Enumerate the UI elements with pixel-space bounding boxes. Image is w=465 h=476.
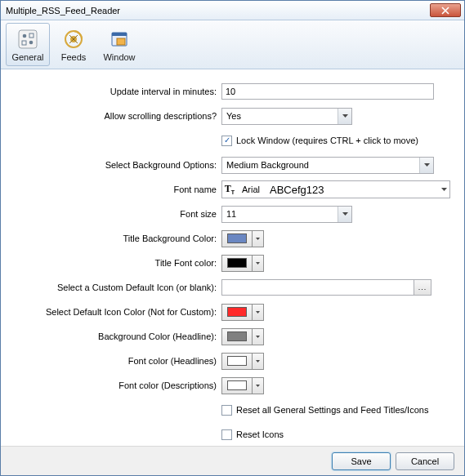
custom-icon-input[interactable] bbox=[221, 279, 414, 296]
svg-point-2 bbox=[29, 40, 34, 44]
chevron-down-icon bbox=[253, 230, 264, 247]
cancel-button[interactable]: Cancel bbox=[396, 452, 454, 470]
font-glyph-icon: TT bbox=[222, 183, 237, 195]
font-size-label: Font size bbox=[12, 209, 221, 219]
chevron-down-icon bbox=[253, 328, 264, 345]
toolbar: General Feeds Window bbox=[1, 20, 464, 69]
allow-scroll-label: Allow scrolling descriptions? bbox=[12, 111, 221, 121]
title-bg-color-picker[interactable] bbox=[221, 230, 264, 247]
lock-window-checkbox[interactable] bbox=[221, 136, 232, 146]
bg-options-combo[interactable]: Medium Background bbox=[221, 157, 434, 174]
tab-general-label: General bbox=[11, 52, 43, 62]
tab-window-label: Window bbox=[103, 52, 135, 62]
reset-icons-checkbox[interactable] bbox=[221, 429, 232, 440]
bg-options-label: Select Background Options: bbox=[12, 160, 221, 170]
chevron-down-icon bbox=[253, 255, 264, 272]
title-font-label: Title Font color: bbox=[12, 258, 221, 268]
svg-point-1 bbox=[23, 33, 27, 38]
chevron-down-icon bbox=[438, 188, 449, 191]
icon-color-picker[interactable] bbox=[221, 304, 264, 321]
svg-rect-8 bbox=[112, 33, 127, 36]
reset-all-checkbox[interactable] bbox=[221, 405, 232, 416]
title-bg-label: Title Background Color: bbox=[12, 234, 221, 243]
tab-window[interactable]: Window bbox=[97, 23, 141, 66]
tab-feeds-label: Feeds bbox=[61, 52, 87, 62]
footer: Save Cancel bbox=[1, 446, 464, 475]
headline-bg-label: Background Color (Headline): bbox=[12, 331, 221, 341]
custom-icon-label: Select a Custom Default Icon (or blank): bbox=[12, 282, 221, 292]
headline-font-label: Font color (Headlines) bbox=[12, 356, 221, 366]
chevron-down-icon bbox=[338, 207, 351, 222]
chevron-down-icon bbox=[253, 304, 264, 321]
desc-font-color-picker[interactable] bbox=[221, 377, 264, 394]
reset-icons-label: Reset Icons bbox=[236, 429, 284, 439]
tab-general[interactable]: General bbox=[6, 23, 50, 66]
feeds-icon bbox=[62, 28, 85, 51]
dialog-window: Multiple_RSS_Feed_Reader General Feeds W… bbox=[0, 0, 465, 476]
tab-feeds[interactable]: Feeds bbox=[51, 23, 96, 66]
update-interval-input[interactable] bbox=[221, 83, 434, 100]
headline-font-color-picker[interactable] bbox=[221, 353, 264, 370]
svg-rect-0 bbox=[19, 30, 37, 48]
lock-window-label: Lock Window (requires CTRL + click to mo… bbox=[236, 136, 418, 145]
browse-button[interactable]: ... bbox=[414, 279, 431, 296]
content-panel: Update interval in minutes: Allow scroll… bbox=[1, 69, 464, 446]
close-icon bbox=[441, 7, 449, 15]
icon-color-label: Select Default Icon Color (Not for Custo… bbox=[12, 307, 221, 317]
chevron-down-icon bbox=[338, 109, 351, 124]
title-font-color-picker[interactable] bbox=[221, 255, 264, 272]
reset-all-label: Reset all General Settings and Feed Titl… bbox=[236, 405, 428, 415]
font-name-label: Font name bbox=[12, 185, 221, 194]
update-interval-label: Update interval in minutes: bbox=[12, 87, 221, 96]
allow-scroll-combo[interactable]: Yes bbox=[221, 108, 352, 125]
chevron-down-icon bbox=[419, 158, 433, 173]
chevron-down-icon bbox=[253, 377, 264, 394]
save-button[interactable]: Save bbox=[332, 452, 391, 470]
font-name-combo[interactable]: TT Arial ABCefg123 bbox=[221, 180, 450, 198]
headline-bg-color-picker[interactable] bbox=[221, 328, 264, 345]
window-title: Multiple_RSS_Feed_Reader bbox=[4, 6, 430, 16]
svg-rect-9 bbox=[117, 38, 125, 45]
titlebar[interactable]: Multiple_RSS_Feed_Reader bbox=[1, 1, 464, 20]
chevron-down-icon bbox=[253, 353, 264, 370]
general-icon bbox=[16, 28, 39, 51]
desc-font-label: Font color (Descriptions) bbox=[12, 380, 221, 390]
window-icon bbox=[108, 28, 131, 51]
close-button[interactable] bbox=[430, 3, 461, 17]
font-size-combo[interactable]: 11 bbox=[221, 206, 352, 223]
